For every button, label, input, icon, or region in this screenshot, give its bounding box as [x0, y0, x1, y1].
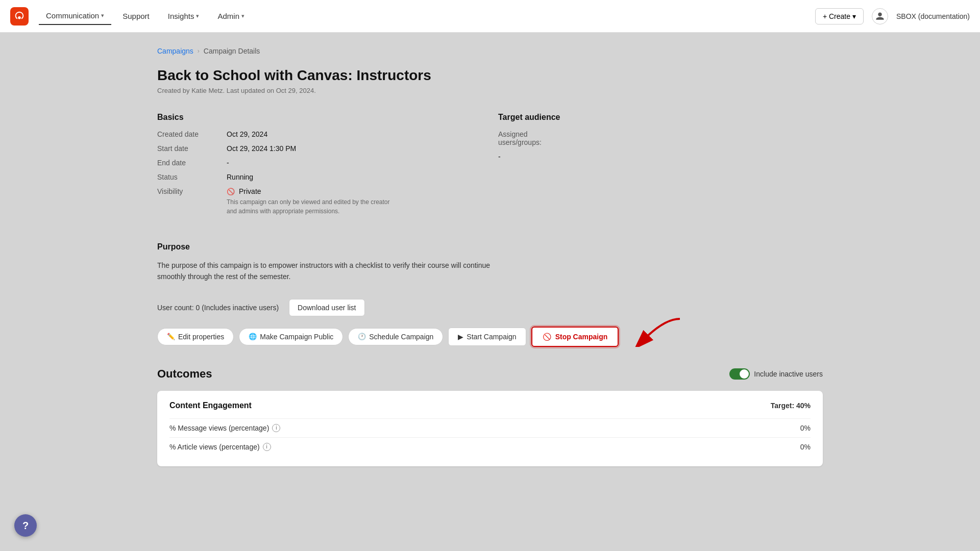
make-campaign-public-button[interactable]: 🌐 Make Campaign Public: [239, 328, 343, 345]
breadcrumb-campaigns-link[interactable]: Campaigns: [157, 47, 193, 55]
message-views-value: 0%: [800, 424, 811, 432]
chevron-down-icon: ▾: [196, 13, 199, 19]
campaign-title: Back to School with Canvas: Instructors: [157, 67, 823, 84]
stop-campaign-button[interactable]: 🚫 Stop Campaign: [531, 327, 619, 347]
campaign-subtitle: Created by Katie Metz. Last updated on O…: [157, 87, 823, 94]
field-assigned-value: -: [498, 153, 823, 161]
message-views-label: % Message views (percentage): [169, 424, 269, 432]
details-grid: Basics Created date Oct 29, 2024 Start d…: [157, 113, 823, 222]
chevron-down-icon: ▾: [101, 12, 104, 19]
target-audience-section: Target audience Assigned users/groups: -: [498, 113, 823, 222]
clock-icon: 🕐: [358, 333, 366, 340]
field-start-date: Start date Oct 29, 2024 1:30 PM: [157, 144, 482, 153]
nav-admin[interactable]: Admin ▾: [210, 8, 252, 24]
message-views-info-icon[interactable]: i: [272, 424, 280, 432]
visibility-note: This campaign can only be viewed and edi…: [227, 197, 400, 216]
field-status: Status Running: [157, 173, 482, 181]
stop-icon: 🚫: [543, 333, 551, 341]
edit-properties-button[interactable]: ✏️ Edit properties: [157, 328, 234, 345]
nav-support[interactable]: Support: [115, 8, 157, 24]
outcomes-title: Outcomes: [157, 367, 212, 381]
private-icon: 🚫: [227, 188, 235, 195]
action-buttons-row: ✏️ Edit properties 🌐 Make Campaign Publi…: [157, 327, 823, 347]
include-inactive-toggle[interactable]: [729, 368, 750, 380]
person-icon: [875, 12, 885, 21]
inactive-users-toggle-row: Include inactive users: [729, 368, 823, 380]
org-label: SBOX (documentation): [896, 12, 970, 20]
purpose-heading: Purpose: [157, 242, 823, 252]
create-button[interactable]: + Create ▾: [815, 8, 864, 24]
outcomes-header: Outcomes Include inactive users: [157, 367, 823, 381]
engagement-card: Content Engagement Target: 40% % Message…: [157, 391, 823, 466]
engagement-header: Content Engagement Target: 40%: [169, 401, 811, 410]
target-heading: Target audience: [498, 113, 823, 122]
schedule-campaign-button[interactable]: 🕐 Schedule Campaign: [348, 328, 443, 345]
nav-right: + Create ▾ SBOX (documentation): [815, 8, 970, 24]
purpose-text: The purpose of this campaign is to empow…: [157, 260, 514, 283]
annotation-arrow: [624, 316, 685, 347]
nav-communication[interactable]: Communication ▾: [39, 7, 111, 25]
include-inactive-label: Include inactive users: [754, 370, 823, 378]
field-visibility: Visibility 🚫 Private This campaign can o…: [157, 187, 482, 216]
engagement-target: Target: 40%: [771, 402, 811, 410]
article-views-value: 0%: [800, 443, 811, 451]
svg-point-0: [18, 16, 21, 19]
main-content: Campaigns › Campaign Details Back to Sch…: [133, 33, 847, 481]
purpose-section: Purpose The purpose of this campaign is …: [157, 242, 823, 283]
breadcrumb: Campaigns › Campaign Details: [157, 47, 823, 55]
download-user-list-button[interactable]: Download user list: [289, 299, 364, 316]
logo-icon: [14, 11, 25, 22]
user-avatar[interactable]: [872, 8, 888, 24]
breadcrumb-separator: ›: [198, 47, 200, 55]
user-count-row: User count: 0 (Includes inactive users) …: [157, 299, 823, 316]
chevron-down-icon: ▾: [241, 13, 244, 19]
edit-icon: ✏️: [167, 333, 175, 340]
field-created-date: Created date Oct 29, 2024: [157, 130, 482, 138]
article-views-info-icon[interactable]: i: [263, 443, 271, 451]
engagement-row-message-views: % Message views (percentage) i 0%: [169, 418, 811, 437]
basics-heading: Basics: [157, 113, 482, 122]
article-views-label: % Article views (percentage): [169, 443, 260, 451]
play-icon: ▶: [458, 333, 463, 341]
engagement-row-article-views: % Article views (percentage) i 0%: [169, 437, 811, 456]
field-end-date: End date -: [157, 159, 482, 167]
basics-section: Basics Created date Oct 29, 2024 Start d…: [157, 113, 482, 222]
engagement-title: Content Engagement: [169, 401, 252, 410]
field-assigned: Assigned users/groups:: [498, 130, 823, 146]
app-logo[interactable]: [10, 7, 29, 26]
stop-campaign-container: 🚫 Stop Campaign: [531, 327, 619, 347]
globe-icon: 🌐: [249, 333, 257, 340]
user-count-label: User count: 0 (Includes inactive users): [157, 304, 279, 312]
start-campaign-button[interactable]: ▶ Start Campaign: [448, 328, 526, 346]
navbar: Communication ▾ Support Insights ▾ Admin…: [0, 0, 980, 33]
breadcrumb-current: Campaign Details: [204, 47, 260, 55]
chevron-down-icon: ▾: [852, 12, 856, 20]
nav-insights[interactable]: Insights ▾: [161, 8, 207, 24]
